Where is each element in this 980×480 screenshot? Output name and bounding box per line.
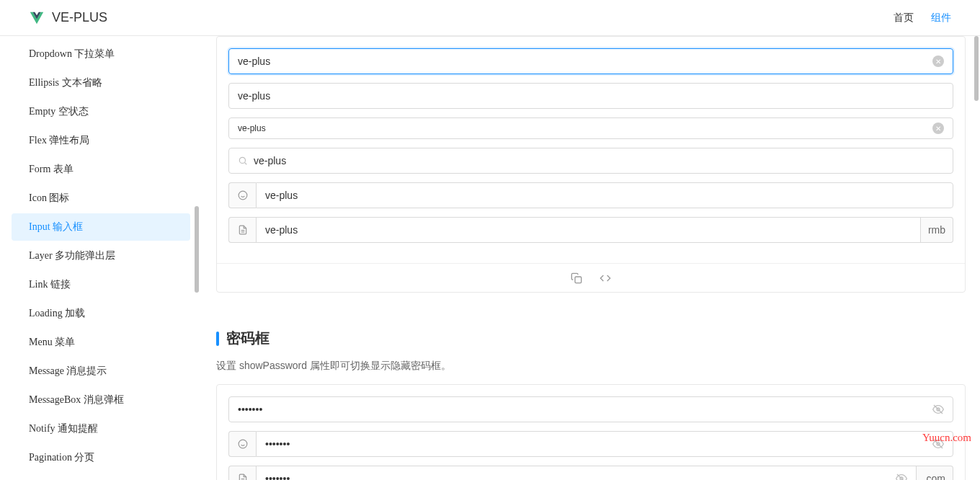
eye-off-icon[interactable] bbox=[896, 473, 907, 480]
sidebar-scrollbar[interactable] bbox=[195, 206, 199, 293]
smile-icon bbox=[238, 439, 248, 449]
example-card-1: ✕ ✕ bbox=[216, 36, 966, 293]
password-field-2[interactable] bbox=[265, 438, 927, 450]
svg-point-10 bbox=[239, 440, 247, 448]
svg-point-0 bbox=[239, 157, 245, 163]
sidebar-item-empty[interactable]: Empty 空状态 bbox=[12, 98, 190, 125]
sidebar-item-form[interactable]: Form 表单 bbox=[12, 156, 190, 183]
addon-smile bbox=[228, 182, 256, 208]
nav-components[interactable]: 组件 bbox=[931, 12, 951, 25]
sidebar-item-loading[interactable]: Loading 加载 bbox=[12, 300, 190, 327]
addon-com: .com bbox=[917, 466, 953, 480]
input-with-prefix[interactable] bbox=[256, 182, 953, 208]
password-field-1[interactable] bbox=[238, 404, 927, 415]
clear-icon[interactable]: ✕ bbox=[932, 123, 944, 134]
sidebar-item-messagebox[interactable]: MessageBox 消息弹框 bbox=[12, 386, 190, 414]
input-with-addons[interactable] bbox=[256, 217, 921, 243]
input-search[interactable] bbox=[228, 148, 953, 174]
sidebar-item-dropdown[interactable]: Dropdown 下拉菜单 bbox=[12, 40, 190, 68]
input-focused[interactable]: ✕ bbox=[228, 48, 953, 74]
header-left: VE-PLUS bbox=[29, 10, 107, 26]
sidebar-item-notify[interactable]: Notify 通知提醒 bbox=[12, 415, 190, 443]
sidebar: Dropdown 下拉菜单 Ellipsis 文本省略 Empty 空状态 Fl… bbox=[0, 36, 202, 480]
sidebar-item-link[interactable]: Link 链接 bbox=[12, 271, 190, 298]
addon-smile-2 bbox=[228, 431, 256, 457]
card-footer bbox=[217, 263, 965, 292]
addon-rmb: rmb bbox=[921, 217, 953, 243]
main-scrollbar[interactable] bbox=[974, 36, 979, 101]
password-input-3[interactable] bbox=[256, 466, 917, 480]
input-field-4[interactable] bbox=[254, 155, 944, 166]
input-field-1[interactable] bbox=[238, 55, 927, 67]
sidebar-item-menu[interactable]: Menu 菜单 bbox=[12, 329, 190, 356]
password-field-3[interactable] bbox=[265, 473, 890, 480]
search-icon bbox=[238, 156, 248, 166]
svg-point-2 bbox=[239, 191, 247, 200]
sidebar-item-layer[interactable]: Layer 多功能弹出层 bbox=[12, 242, 190, 270]
input-field-5[interactable] bbox=[265, 190, 944, 201]
input-field-3[interactable] bbox=[238, 123, 927, 133]
sidebar-item-flex[interactable]: Flex 弹性布局 bbox=[12, 127, 190, 154]
svg-line-1 bbox=[244, 162, 246, 164]
eye-off-icon[interactable] bbox=[932, 404, 944, 415]
brand-title: VE-PLUS bbox=[52, 10, 107, 25]
header-nav: 首页 组件 bbox=[894, 12, 951, 25]
addon-file bbox=[228, 217, 256, 243]
main-content: ✕ ✕ bbox=[202, 36, 980, 480]
section-header-password: 密码框 bbox=[216, 329, 966, 348]
sidebar-item-input[interactable]: Input 输入框 bbox=[12, 213, 190, 241]
svg-rect-7 bbox=[575, 277, 582, 283]
section-bar bbox=[216, 332, 219, 346]
file-icon bbox=[238, 474, 248, 480]
header: VE-PLUS 首页 组件 bbox=[0, 0, 980, 36]
vue-logo-icon bbox=[29, 10, 45, 26]
smile-icon bbox=[238, 190, 248, 200]
section-desc: 设置 showPassword 属性即可切换显示隐藏密码框。 bbox=[216, 360, 966, 373]
input-basic[interactable] bbox=[228, 83, 953, 109]
code-icon[interactable] bbox=[600, 272, 611, 284]
clear-icon[interactable]: ✕ bbox=[932, 55, 944, 67]
sidebar-item-ellipsis[interactable]: Ellipsis 文本省略 bbox=[12, 69, 190, 97]
file-icon bbox=[238, 225, 248, 235]
copy-icon[interactable] bbox=[571, 272, 582, 284]
input-field-2[interactable] bbox=[238, 90, 944, 102]
watermark: Yuucn.com bbox=[922, 432, 971, 444]
password-input-1[interactable] bbox=[228, 396, 953, 422]
sidebar-item-pagination[interactable]: Pagination 分页 bbox=[12, 444, 190, 471]
sidebar-item-message[interactable]: Message 消息提示 bbox=[12, 357, 190, 385]
password-input-2[interactable] bbox=[256, 431, 953, 457]
section-title: 密码框 bbox=[226, 329, 270, 348]
example-card-password: .com bbox=[216, 384, 966, 480]
addon-file-2 bbox=[228, 466, 256, 480]
input-field-6[interactable] bbox=[265, 224, 912, 236]
nav-home[interactable]: 首页 bbox=[894, 12, 914, 25]
sidebar-item-icon[interactable]: Icon 图标 bbox=[12, 185, 190, 212]
input-small[interactable]: ✕ bbox=[228, 117, 953, 139]
